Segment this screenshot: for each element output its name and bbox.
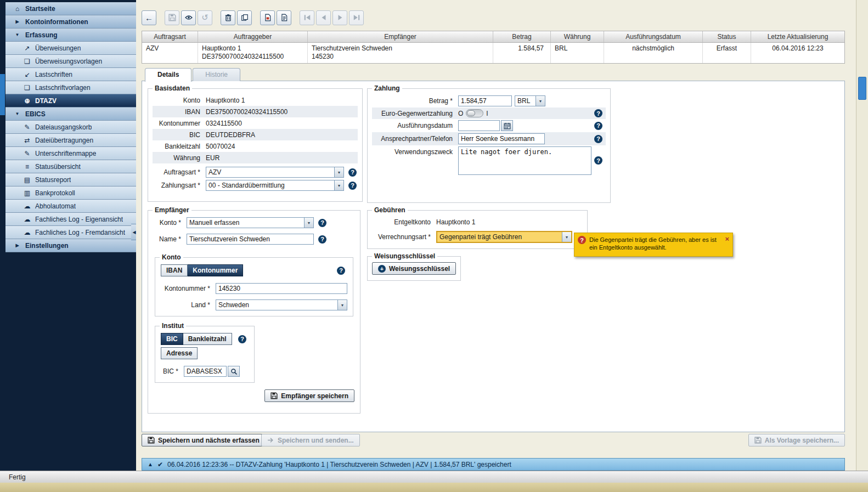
land-select[interactable]: Schweden ▼ xyxy=(216,299,347,310)
sidebar-item-kontoinformationen[interactable]: ▶ Kontoinformationen xyxy=(5,15,136,29)
toggle-kontonummer[interactable]: Kontonummer xyxy=(188,264,243,276)
column-header-letzte-aktualisierung[interactable]: Letzte Aktualisierung xyxy=(751,31,844,42)
land-selected-value: Schweden xyxy=(216,300,337,310)
back-button[interactable]: ← xyxy=(142,10,156,25)
column-header-auftragsart[interactable]: Auftragsart xyxy=(142,31,198,42)
empfaenger-konto: 145230 xyxy=(312,53,489,61)
empfaenger-speichern-button[interactable]: Empfänger speichern xyxy=(264,389,354,402)
copy-button[interactable] xyxy=(237,10,252,25)
fieldset-zahlung: Zahlung Betrag * BRL ▼ Euro-Gegenwertzah… xyxy=(367,84,611,203)
help-icon[interactable]: ? xyxy=(318,219,326,227)
row-institut-bic: BIC * xyxy=(160,365,250,378)
verwendungszweck-textarea[interactable]: Lite nagot foer djuren. xyxy=(458,146,591,175)
sidebar-item-erfassung[interactable]: ▼ Erfassung xyxy=(5,29,136,42)
column-header-waehrung[interactable]: Währung xyxy=(551,31,604,42)
euro-gegenwertzahlung-toggle[interactable] xyxy=(466,109,483,117)
column-header-empfaenger[interactable]: Empfänger xyxy=(308,31,493,42)
chevron-down-icon: ▼ xyxy=(337,300,347,310)
sidebar-item-ueberweisungen[interactable]: ↗ Überweisungen xyxy=(5,42,136,55)
sidebar-item-fachliches-log-eigenansicht[interactable]: ☁ Fachliches Log - Eigenansicht xyxy=(5,213,136,226)
previous-icon xyxy=(320,14,328,21)
help-icon[interactable]: ? xyxy=(594,122,602,130)
scrollbar-thumb[interactable] xyxy=(858,77,866,100)
sidebar-item-dateiuebertragungen[interactable]: ⇄ Dateiübertragungen xyxy=(5,134,136,147)
fieldset-basisdaten: Basisdaten Konto Hauptkonto 1 IBAN DE375… xyxy=(148,84,363,202)
betrag-input[interactable] xyxy=(458,95,512,106)
sidebar-item-ueberweisungsvorlagen[interactable]: ❏ Überweisungsvorlagen xyxy=(5,55,136,68)
help-icon[interactable]: ? xyxy=(594,135,602,143)
sidebar-item-bankprotokoll[interactable]: ▥ Bankprotokoll xyxy=(5,186,136,200)
weisungsschluessel-button[interactable]: + Weisungsschlüssel xyxy=(372,262,456,275)
toggle-bankleitzahl[interactable]: Bankleitzahl xyxy=(183,333,232,345)
print-document-button[interactable] xyxy=(277,10,291,25)
column-header-ausfuehrungsdatum[interactable]: Ausführungsdatum xyxy=(604,31,703,42)
sidebar-item-unterschriftenmappe[interactable]: ✎ Unterschriftenmappe xyxy=(5,147,136,160)
table-header: Auftragsart Auftraggeber Empfänger Betra… xyxy=(142,31,845,43)
help-icon[interactable]: ? xyxy=(318,235,326,244)
field-label: Kontonummer xyxy=(154,120,206,127)
sidebar-item-label: Unterschriftenmappe xyxy=(35,150,96,157)
column-header-status[interactable]: Status xyxy=(703,31,751,42)
sidebar-item-ebics[interactable]: ▼ EBICS xyxy=(5,108,136,121)
toggle-iban[interactable]: IBAN xyxy=(161,264,188,276)
table-row[interactable]: AZV Hauptkonto 1 DE37500700240324115500 … xyxy=(142,43,845,64)
zahlungsart-selected-value: 00 - Standardübermittlung xyxy=(206,180,334,190)
row-auftragsart: Auftragsart * AZV ▼ ? xyxy=(153,166,358,179)
view-button[interactable] xyxy=(181,10,196,25)
sidebar-item-statusreport[interactable]: ▤ Statusreport xyxy=(5,173,136,186)
help-icon[interactable]: ? xyxy=(594,156,602,165)
field-label: Ansprechpartner/Telefon xyxy=(373,135,458,143)
sidebar-item-lastschriften[interactable]: ↙ Lastschriften xyxy=(5,68,136,81)
fieldset-empfaenger: Empfänger Konto * Manuell erfassen ▼ ? N… xyxy=(148,206,360,414)
bankleitzahl-value: 50070024 xyxy=(206,143,235,150)
vertical-scrollbar[interactable] xyxy=(856,0,868,471)
help-icon[interactable]: ? xyxy=(348,182,357,190)
basisdaten-legend: Basisdaten xyxy=(153,84,192,92)
sidebar-item-label: Überweisungen xyxy=(35,44,81,52)
toggle-adresse[interactable]: Adresse xyxy=(161,347,198,359)
help-icon[interactable]: ? xyxy=(337,267,345,275)
sidebar-item-dtazv[interactable]: ⊕ DTAZV xyxy=(5,94,136,108)
chevron-down-icon: ▼ xyxy=(304,218,313,228)
help-icon[interactable]: ? xyxy=(348,168,357,177)
sidebar-item-abholautomat[interactable]: ☁ Abholautomat xyxy=(5,200,136,213)
sidebar-item-startseite[interactable]: ⌂ Startseite xyxy=(5,2,136,15)
row-waehrung: Währung EUR xyxy=(153,152,358,163)
calendar-button[interactable] xyxy=(501,120,513,131)
sidebar-item-fachliches-log-fremdansicht[interactable]: ☁ Fachliches Log - Fremdansicht xyxy=(5,226,136,239)
save-button xyxy=(165,10,179,25)
auftragsart-select[interactable]: AZV ▼ xyxy=(206,167,344,178)
verrechnungsart-select[interactable]: Gegenpartei trägt Gebühren ▼ xyxy=(436,231,572,243)
empfaenger-kontonummer-input[interactable] xyxy=(216,283,347,294)
status-message-text: 06.04.2016 12:23:36 -- DTAZV-Zahlung 'Ha… xyxy=(167,461,511,468)
column-header-auftraggeber[interactable]: Auftraggeber xyxy=(198,31,308,42)
sidebar-item-dateiausgangskorb[interactable]: ✎ Dateiausgangskorb xyxy=(5,121,136,134)
currency-select[interactable]: BRL ▼ xyxy=(515,95,545,106)
row-konto: Konto Hauptkonto 1 xyxy=(153,94,358,106)
konto-legend: Konto xyxy=(160,253,183,261)
institut-bic-input[interactable] xyxy=(184,366,227,377)
export-pdf-button[interactable] xyxy=(260,10,275,25)
chevron-down-icon: ▼ xyxy=(13,111,21,116)
empfaenger-name-input[interactable] xyxy=(187,234,314,245)
zahlungsart-select[interactable]: 00 - Standardübermittlung ▼ xyxy=(206,180,344,191)
sidebar-item-label: Fachliches Log - Eigenansicht xyxy=(35,216,123,223)
toggle-bic[interactable]: BIC xyxy=(161,333,183,345)
sidebar-item-lastschriftvorlagen[interactable]: ❏ Lastschriftvorlagen xyxy=(5,81,136,94)
home-icon: ⌂ xyxy=(13,5,21,13)
help-icon[interactable]: ? xyxy=(238,335,246,343)
collapse-up-icon[interactable]: ▲ xyxy=(148,461,153,467)
sidebar-item-statusuebersicht[interactable]: ≡ Statusübersicht xyxy=(5,160,136,173)
bic-search-button[interactable] xyxy=(228,366,240,377)
ausfuehrungsdatum-input[interactable] xyxy=(458,120,500,131)
tab-details[interactable]: Details xyxy=(145,68,191,82)
save-icon xyxy=(270,392,278,399)
empfaenger-konto-select[interactable]: Manuell erfassen ▼ xyxy=(187,217,314,228)
speichern-und-naechste-erfassen-button[interactable]: Speichern und nächste erfassen xyxy=(142,434,266,446)
ansprechpartner-input[interactable] xyxy=(458,133,545,144)
help-icon[interactable]: ? xyxy=(594,109,602,117)
delete-button[interactable] xyxy=(221,10,235,25)
close-icon[interactable]: × xyxy=(725,236,729,253)
column-header-betrag[interactable]: Betrag xyxy=(493,31,551,42)
sidebar-item-einstellungen[interactable]: ▶ Einstellungen xyxy=(5,239,136,252)
